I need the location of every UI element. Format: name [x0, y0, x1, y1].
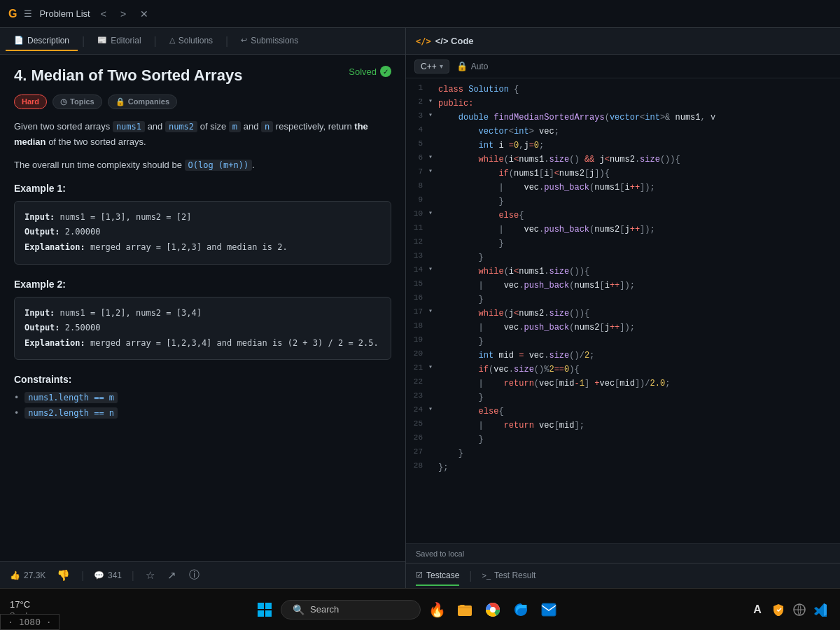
search-placeholder-text: Search — [310, 604, 339, 615]
example-1-title: Example 1: — [14, 183, 391, 194]
companies-tag[interactable]: 🔒 Companies — [108, 94, 177, 109]
tab-submissions[interactable]: ↩ Submissions — [232, 31, 307, 51]
code-header: </> </> Code — [406, 28, 840, 55]
code-header-title: </> </> Code — [416, 36, 474, 46]
star-button[interactable]: ☆ — [144, 568, 156, 583]
svg-point-6 — [490, 607, 496, 612]
code-line-14: 14 ▾ while(i<nums1.size()){ — [406, 265, 840, 279]
problem-title: 4. Median of Two Sorted Arrays — [14, 66, 242, 86]
code-line-26: 26 } — [406, 433, 840, 447]
testcase-icon: ☑ — [416, 570, 423, 580]
taskbar-app-chrome[interactable] — [481, 598, 505, 622]
taskbar-center: 🔍 Search 🔥 — [71, 598, 742, 622]
code-line-11: 11 | vec.push_back(nums2[j++]); — [406, 223, 840, 237]
problem-header: 4. Median of Two Sorted Arrays Solved ✓ — [14, 66, 391, 86]
dislikes-stat: 💬 341 — [94, 570, 122, 580]
tab-test-result[interactable]: >_ Test Result — [482, 566, 536, 586]
lock-auto-icon: 🔒 — [456, 61, 468, 71]
tab-solutions[interactable]: △ Solutions — [161, 31, 221, 51]
topics-tag[interactable]: ◷ Topics — [52, 94, 102, 109]
constraints-title: Constraints: — [14, 374, 391, 385]
submissions-icon: ↩ — [241, 36, 247, 45]
nav-close-button[interactable]: ✕ — [136, 7, 152, 21]
taskbar-app-mail[interactable] — [537, 598, 561, 622]
main-container: 📄 Description | 📰 Editorial | △ Solution… — [0, 28, 840, 588]
tag-row: Hard ◷ Topics 🔒 Companies — [14, 94, 391, 109]
code-line-9: 9 } — [406, 195, 840, 209]
svg-rect-0 — [258, 603, 264, 609]
code-line-22: 22 | return(vec[mid-1] +vec[mid])/2.0; — [406, 377, 840, 391]
tab-sep-1: | — [82, 35, 85, 48]
code-line-27: 27 } — [406, 447, 840, 461]
taskbar-app-edge[interactable] — [509, 598, 533, 622]
thumbs-up-icon: 👍 — [10, 570, 20, 580]
code-line-25: 25 | return vec[mid]; — [406, 419, 840, 433]
code-tag-icon: </> — [416, 36, 431, 46]
code-toolbar: C++ ▾ 🔒 Auto — [406, 55, 840, 78]
code-line-18: 18 | vec.push_back(nums2[j++]); — [406, 321, 840, 335]
tc-sep: | — [469, 570, 472, 582]
tab-testcase[interactable]: ☑ Testcase — [416, 566, 459, 586]
example-2-title: Example 2: — [14, 279, 391, 290]
resolution-tag: · 1080 · — [0, 614, 59, 630]
tray-icon-vscode[interactable] — [811, 600, 830, 620]
code-line-2: 2 ▾ public: — [406, 97, 840, 111]
example-1: Example 1: Input: nums1 = [1,3], nums2 =… — [14, 183, 391, 265]
code-line-5: 5 int i =0,j=0; — [406, 139, 840, 153]
problem-footer: 👍 27.3K 👎 | 💬 341 | ☆ ↗ ⓘ — [0, 561, 405, 588]
problem-description: Given two sorted arrays nums1 and nums2 … — [14, 119, 391, 150]
solved-badge: Solved ✓ — [349, 66, 391, 77]
tab-editorial[interactable]: 📰 Editorial — [89, 31, 149, 51]
code-line-16: 16 } — [406, 293, 840, 307]
tab-sep-2: | — [154, 35, 157, 48]
complexity-statement: The overall run time complexity should b… — [14, 160, 391, 170]
likes-stat: 👍 27.3K — [10, 570, 46, 580]
solutions-icon: △ — [169, 36, 175, 45]
windows-start-button[interactable] — [253, 598, 276, 622]
tray-icon-vpn[interactable] — [790, 600, 809, 620]
lock-icon: 🔒 — [115, 97, 125, 106]
code-line-6: 6 ▾ while(i<nums1.size() && j<nums2.size… — [406, 153, 840, 167]
code-line-28: 28 }; — [406, 461, 840, 475]
svg-rect-7 — [542, 603, 556, 616]
nav-forward-button[interactable]: > — [117, 7, 130, 21]
code-line-13: 13 } — [406, 251, 840, 265]
share-button[interactable]: ↗ — [166, 568, 178, 583]
footer-sep-1: | — [81, 570, 84, 581]
svg-rect-2 — [258, 610, 264, 617]
search-icon: 🔍 — [293, 604, 304, 615]
difficulty-tag[interactable]: Hard — [14, 94, 47, 109]
example-2-content: Input: nums1 = [1,2], nums2 = [3,4] Outp… — [14, 297, 391, 360]
code-line-19: 19 } — [406, 335, 840, 349]
code-line-3: 3 ▾ double findMedianSortedArrays(vector… — [406, 111, 840, 125]
constraints-section: Constraints: nums1.length == m nums2.len… — [14, 374, 391, 419]
leetcode-icon: G — [8, 8, 17, 20]
tray-icon-shield[interactable] — [769, 600, 788, 620]
svg-rect-3 — [265, 610, 272, 617]
taskbar-app-flame[interactable]: 🔥 — [425, 598, 449, 622]
code-line-1: 1 class Solution { — [406, 83, 840, 97]
right-panel: </> </> Code C++ ▾ 🔒 Auto 1 class Soluti… — [406, 28, 840, 588]
svg-rect-4 — [458, 606, 472, 616]
nav-back-button[interactable]: < — [97, 7, 110, 21]
language-selector[interactable]: C++ ▾ — [414, 59, 449, 74]
code-line-12: 12 } — [406, 237, 840, 251]
taskbar-app-folder[interactable] — [453, 598, 477, 622]
description-icon: 📄 — [14, 36, 24, 45]
info-button[interactable]: ⓘ — [188, 567, 201, 583]
constraint-1: nums1.length == m — [14, 392, 391, 403]
code-line-7: 7 ▾ if(nums1[i]<nums2[j]){ — [406, 167, 840, 181]
tab-sep-3: | — [225, 35, 228, 48]
tab-description[interactable]: 📄 Description — [6, 31, 78, 51]
code-line-10: 10 ▾ else{ — [406, 209, 840, 223]
editorial-icon: 📰 — [97, 36, 107, 45]
svg-rect-1 — [265, 603, 272, 609]
code-editor[interactable]: 1 class Solution { 2 ▾ public: 3 ▾ doubl… — [406, 78, 840, 543]
example-1-content: Input: nums1 = [1,3], nums2 = [2] Output… — [14, 201, 391, 265]
taskbar-search[interactable]: 🔍 Search — [281, 600, 421, 620]
thumbs-down-button[interactable]: 👎 — [55, 568, 71, 583]
terminal-icon: >_ — [482, 571, 491, 580]
tray-icon-a[interactable]: A — [748, 600, 767, 620]
weather-temperature: 17°C — [10, 599, 66, 610]
testcase-bar: ☑ Testcase | >_ Test Result — [406, 563, 840, 588]
